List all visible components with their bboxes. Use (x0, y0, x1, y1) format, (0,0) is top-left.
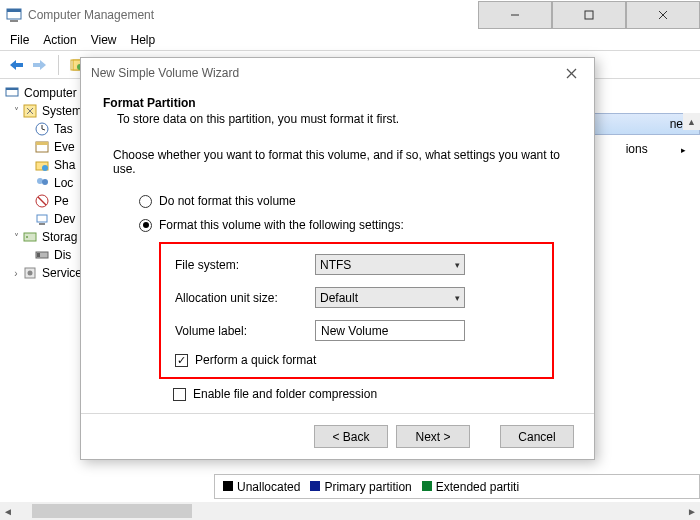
minimize-button[interactable] (478, 1, 552, 29)
compression-checkbox[interactable]: Enable file and folder compression (173, 387, 572, 401)
storage-icon (22, 229, 38, 245)
partition-legend: Unallocated Primary partition Extended p… (214, 474, 700, 499)
allocation-unit-dropdown[interactable]: Default ▾ (315, 287, 465, 308)
svg-rect-32 (24, 233, 36, 241)
computer-icon (4, 85, 20, 101)
folder-share-icon (34, 157, 50, 173)
svg-rect-10 (33, 63, 41, 67)
scroll-thumb[interactable] (32, 504, 192, 518)
wizard-body: Format Partition To store data on this p… (81, 88, 594, 411)
expand-icon[interactable]: › (10, 268, 22, 279)
menu-view[interactable]: View (91, 33, 117, 47)
wizard-footer: < Back Next > Cancel (81, 413, 594, 459)
scroll-right-icon[interactable]: ► (684, 503, 700, 519)
menu-help[interactable]: Help (131, 33, 156, 47)
svg-rect-31 (39, 223, 45, 225)
svg-line-29 (38, 197, 46, 205)
menu-file[interactable]: File (10, 33, 29, 47)
radio-no-format[interactable]: Do not format this volume (139, 194, 572, 208)
file-system-label: File system: (175, 258, 315, 272)
svg-point-25 (42, 165, 48, 171)
legend-primary: Primary partition (310, 480, 411, 494)
volume-label-value: New Volume (321, 324, 388, 338)
wizard-subheading: To store data on this partition, you mus… (117, 112, 572, 126)
window-controls (478, 1, 700, 29)
collapse-icon[interactable]: ˅ (10, 232, 22, 243)
wizard-titlebar: New Simple Volume Wizard (81, 58, 594, 88)
back-button[interactable]: < Back (314, 425, 388, 448)
scroll-track[interactable] (32, 503, 668, 519)
radio-icon (139, 195, 152, 208)
actions-label[interactable]: ions ▸ (626, 142, 686, 156)
radio-no-format-label: Do not format this volume (159, 194, 296, 208)
new-simple-volume-wizard: New Simple Volume Wizard Format Partitio… (80, 57, 595, 460)
users-icon (34, 175, 50, 191)
close-button[interactable] (626, 1, 700, 29)
event-icon (34, 139, 50, 155)
app-title: Computer Management (28, 8, 478, 22)
device-icon (34, 211, 50, 227)
svg-point-37 (28, 271, 33, 276)
legend-extended: Extended partiti (422, 480, 519, 494)
forward-button[interactable] (30, 55, 50, 75)
back-button[interactable] (6, 55, 26, 75)
svg-rect-35 (37, 253, 40, 257)
highlighted-settings-box: File system: NTFS ▾ Allocation unit size… (159, 242, 554, 379)
radio-format-label: Format this volume with the following se… (159, 218, 404, 232)
toolbar-separator (58, 55, 59, 75)
file-system-dropdown[interactable]: NTFS ▾ (315, 254, 465, 275)
allocation-unit-row: Allocation unit size: Default ▾ (175, 287, 524, 308)
svg-rect-1 (7, 9, 21, 12)
services-icon (22, 265, 38, 281)
collapse-icon[interactable]: ˅ (10, 106, 22, 117)
legend-unallocated: Unallocated (223, 480, 300, 494)
wizard-close-button[interactable] (556, 61, 586, 85)
cancel-button[interactable]: Cancel (500, 425, 574, 448)
allocation-unit-label: Allocation unit size: (175, 291, 315, 305)
volume-label-row: Volume label: New Volume (175, 320, 524, 341)
svg-rect-4 (585, 11, 593, 19)
right-column-header: nent ▲ (580, 113, 700, 135)
next-button[interactable]: Next > (396, 425, 470, 448)
svg-rect-15 (6, 88, 18, 90)
svg-point-26 (37, 178, 43, 184)
maximize-button[interactable] (552, 1, 626, 29)
allocation-unit-value: Default (320, 291, 358, 305)
horizontal-scrollbar[interactable]: ◄ ► (0, 502, 700, 520)
clock-icon (34, 121, 50, 137)
checkbox-icon (175, 354, 188, 367)
file-system-value: NTFS (320, 258, 351, 272)
wizard-instruction: Choose whether you want to format this v… (113, 148, 562, 176)
volume-label-input[interactable]: New Volume (315, 320, 465, 341)
disk-icon (34, 247, 50, 263)
quick-format-checkbox[interactable]: Perform a quick format (175, 353, 524, 367)
wizard-heading: Format Partition (103, 96, 572, 110)
volume-label-label: Volume label: (175, 324, 315, 338)
menu-action[interactable]: Action (43, 33, 76, 47)
svg-point-27 (42, 179, 48, 185)
compression-label: Enable file and folder compression (193, 387, 377, 401)
wizard-title: New Simple Volume Wizard (91, 66, 556, 80)
checkbox-icon (173, 388, 186, 401)
svg-point-33 (26, 236, 28, 238)
svg-rect-30 (37, 215, 47, 222)
scroll-up-icon[interactable]: ▲ (683, 113, 700, 130)
app-icon (6, 7, 22, 23)
main-titlebar: Computer Management (0, 0, 700, 30)
chevron-down-icon: ▾ (455, 260, 460, 270)
quick-format-label: Perform a quick format (195, 353, 316, 367)
tools-icon (22, 103, 38, 119)
chevron-down-icon: ▾ (455, 293, 460, 303)
chevron-right-icon: ▸ (681, 145, 686, 155)
file-system-row: File system: NTFS ▾ (175, 254, 524, 275)
radio-format-with-settings[interactable]: Format this volume with the following se… (139, 218, 572, 232)
radio-icon (139, 219, 152, 232)
svg-rect-8 (15, 63, 23, 67)
menubar: File Action View Help (0, 30, 700, 51)
scroll-left-icon[interactable]: ◄ (0, 503, 16, 519)
svg-rect-2 (10, 20, 18, 22)
svg-rect-23 (36, 142, 48, 145)
perf-icon (34, 193, 50, 209)
